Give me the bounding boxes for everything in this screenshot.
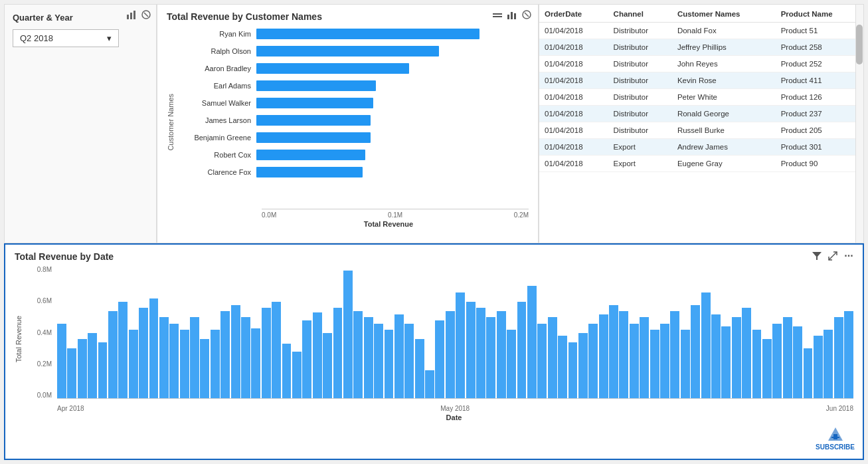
ts-bar bbox=[118, 302, 128, 398]
ts-bar bbox=[435, 320, 444, 398]
ts-y-axis: 0.8M 0.6M 0.4M 0.2M 0.0M bbox=[28, 266, 54, 412]
bar-chart-cancel-icon[interactable] bbox=[521, 9, 533, 21]
ts-bar bbox=[446, 311, 455, 398]
ts-bar bbox=[415, 339, 424, 398]
ts-bar bbox=[108, 311, 118, 398]
table-cell: Product 51 bbox=[776, 23, 863, 39]
table-cell: Jeffrey Phillips bbox=[672, 39, 776, 56]
ts-bar bbox=[343, 271, 353, 398]
ts-bar bbox=[507, 330, 516, 398]
svg-line-4 bbox=[144, 13, 148, 17]
ts-bar bbox=[681, 330, 690, 398]
bar-label: Benjamin Greene bbox=[180, 134, 256, 142]
ts-filter-icon[interactable] bbox=[811, 250, 823, 262]
ts-chart-area: Total Revenue 0.8M 0.6M 0.4M 0.2M 0.0M A… bbox=[15, 266, 853, 412]
svg-rect-2 bbox=[133, 11, 135, 19]
ts-x-title: Date bbox=[54, 413, 853, 421]
ts-bar bbox=[711, 314, 721, 398]
table-row: 01/04/2018DistributorJohn ReyesProduct 2… bbox=[539, 56, 863, 72]
scrollbar-thumb[interactable] bbox=[856, 25, 863, 64]
ts-x-tick-0: Apr 2018 bbox=[57, 405, 84, 412]
chart-icon[interactable] bbox=[126, 9, 137, 21]
table-cell: Russell Burke bbox=[672, 122, 776, 139]
bar-label: Aaron Bradley bbox=[180, 64, 256, 72]
table-cell: Kevin Rose bbox=[672, 72, 776, 89]
ts-bar bbox=[701, 292, 711, 398]
ts-bar bbox=[190, 317, 199, 398]
svg-line-11 bbox=[525, 13, 529, 17]
ts-bar bbox=[476, 308, 485, 398]
svg-rect-1 bbox=[130, 13, 132, 19]
bar-row: Samuel Walker bbox=[180, 95, 529, 111]
bar-container bbox=[256, 63, 529, 74]
bar-fill bbox=[256, 80, 376, 91]
ts-bar bbox=[394, 314, 404, 398]
bar-row: Earl Adams bbox=[180, 78, 529, 94]
ts-bar bbox=[425, 370, 434, 398]
ts-bar bbox=[783, 317, 792, 398]
ts-expand-icon[interactable] bbox=[827, 250, 839, 262]
table-row: 01/04/2018DistributorRussell BurkeProduc… bbox=[539, 122, 863, 139]
table-scroll-area[interactable]: OrderDateChannelCustomer NamesProduct Na… bbox=[539, 5, 863, 243]
bar-label: Clarence Fox bbox=[180, 168, 256, 176]
bar-row: Aaron Bradley bbox=[180, 60, 529, 76]
bar-container bbox=[256, 115, 529, 126]
table-cell: Product 301 bbox=[776, 139, 863, 156]
ts-bar bbox=[169, 324, 179, 398]
table-cell: Peter White bbox=[672, 89, 776, 106]
ts-bar bbox=[456, 292, 465, 398]
table-cell: 01/04/2018 bbox=[539, 156, 608, 172]
table-cell: 01/04/2018 bbox=[539, 139, 608, 156]
ts-bar bbox=[486, 317, 495, 398]
bar-container bbox=[256, 80, 529, 91]
x-tick-1: 0.1M bbox=[388, 211, 402, 219]
ts-bar bbox=[129, 330, 138, 398]
ts-bar bbox=[640, 317, 649, 398]
ts-bar bbox=[650, 330, 659, 398]
subscribe-button[interactable]: SUBSCRIBE bbox=[816, 427, 855, 451]
table-cell: Ronald George bbox=[672, 106, 776, 122]
table-cell: 01/04/2018 bbox=[539, 56, 608, 72]
ts-x-tick-1: May 2018 bbox=[440, 405, 470, 412]
bar-container bbox=[256, 150, 529, 160]
filter-dropdown[interactable]: Q2 2018 ▾ bbox=[13, 29, 119, 47]
bar-container bbox=[256, 167, 529, 177]
table-cell: 01/04/2018 bbox=[539, 122, 608, 139]
ts-x-axis: Apr 2018 May 2018 Jun 2018 bbox=[57, 399, 853, 412]
ts-bar bbox=[824, 330, 833, 398]
ts-bar bbox=[466, 302, 476, 398]
bar-x-ticks: 0.0M 0.1M 0.2M bbox=[262, 209, 529, 219]
table-cell: Product 252 bbox=[776, 56, 863, 72]
ts-bar bbox=[537, 324, 547, 398]
bar-fill bbox=[256, 63, 409, 74]
ts-inner: 0.8M 0.6M 0.4M 0.2M 0.0M Apr 2018 May 20… bbox=[28, 266, 853, 412]
table-row: 01/04/2018DistributorDonald FoxProduct 5… bbox=[539, 23, 863, 39]
cancel-icon[interactable] bbox=[140, 9, 152, 21]
scrollbar[interactable] bbox=[855, 5, 863, 243]
table-cell: Export bbox=[608, 139, 672, 156]
bar-chart-icon[interactable] bbox=[506, 9, 518, 21]
filter-panel: Quarter & Year Q2 2018 ▾ bbox=[4, 4, 157, 243]
data-table: OrderDateChannelCustomer NamesProduct Na… bbox=[539, 5, 863, 172]
chart-type-icon[interactable] bbox=[491, 9, 503, 21]
ts-bar bbox=[333, 308, 343, 398]
ts-bar bbox=[88, 333, 97, 398]
ts-bar bbox=[578, 333, 588, 398]
ts-bar bbox=[180, 330, 189, 398]
table-cell: Distributor bbox=[608, 72, 672, 89]
bar-chart-area: Customer Names Ryan Kim Ralph Olson Aaro… bbox=[167, 26, 529, 219]
bar-container bbox=[256, 132, 529, 143]
ts-y-tick-0: 0.8M bbox=[37, 266, 52, 273]
bar-label: Earl Adams bbox=[180, 82, 256, 90]
ts-more-icon[interactable]: ··· bbox=[843, 250, 855, 262]
subscribe-icon bbox=[828, 427, 843, 443]
table-cell: Donald Fox bbox=[672, 23, 776, 39]
table-cell: 01/04/2018 bbox=[539, 23, 608, 39]
ts-bar bbox=[323, 333, 332, 398]
ts-bar bbox=[78, 339, 87, 398]
ts-bar bbox=[251, 328, 260, 398]
filter-panel-icons bbox=[126, 9, 152, 21]
ts-panel-icons: ··· bbox=[811, 250, 855, 262]
bar-fill bbox=[256, 46, 439, 57]
dashboard: Quarter & Year Q2 2018 ▾ bbox=[0, 0, 868, 464]
